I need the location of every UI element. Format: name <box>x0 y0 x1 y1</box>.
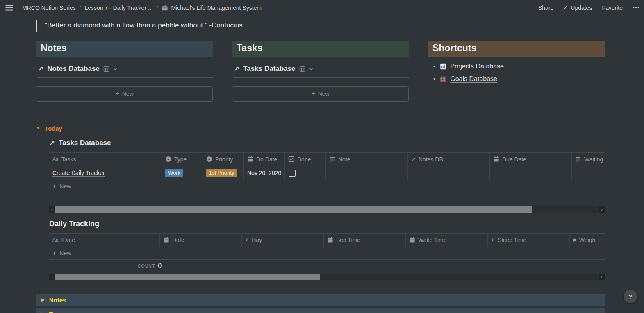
title-property-icon: Aa <box>52 237 59 243</box>
notes-toggle[interactable]: ▶ Notes <box>36 294 605 306</box>
top-bar: MRCO Notion Series / Lesson 7 - Daily Tr… <box>0 0 644 15</box>
tasks-database-heading[interactable]: ↗ Tasks Database <box>49 139 605 147</box>
column-header-due-date[interactable]: Due Date <box>490 153 572 166</box>
goals-database-link[interactable]: Goals Database <box>450 75 497 83</box>
bullet-icon: • <box>433 63 435 70</box>
updates-button[interactable]: ✓ Updates <box>563 5 592 11</box>
share-button[interactable]: Share <box>538 5 553 11</box>
topbar-actions: Share ✓ Updates Favorite ••• <box>538 5 639 11</box>
column-header-do-date[interactable]: Do Date <box>244 153 285 166</box>
task-priority-cell[interactable]: 1st Priority <box>203 166 244 180</box>
task-due-date-cell[interactable] <box>490 166 572 180</box>
more-options-button[interactable]: ••• <box>633 5 639 11</box>
horizontal-scrollbar: ‹ › <box>49 274 605 280</box>
plus-icon: + <box>115 91 119 97</box>
list-item: • Projects Database <box>428 63 605 70</box>
text-property-icon <box>575 156 581 162</box>
column-header-date[interactable]: Date <box>160 234 242 247</box>
breadcrumb-item-lesson[interactable]: Lesson 7 - Daily Tracker ... <box>84 5 153 11</box>
today-toggle[interactable]: ▼ Today <box>36 125 605 132</box>
scroll-right-button[interactable]: › <box>599 206 605 213</box>
done-checkbox[interactable] <box>289 170 296 177</box>
chevron-down-icon[interactable] <box>113 68 117 70</box>
scroll-left-button[interactable]: ‹ <box>49 274 55 280</box>
plus-icon: + <box>52 183 56 190</box>
triangle-right-icon: ▶ <box>41 298 45 302</box>
tomorrow-toggle[interactable]: ▶ Tomorrow <box>36 308 605 313</box>
breadcrumb-separator: / <box>80 5 81 11</box>
sidebar-menu-icon[interactable] <box>5 5 13 11</box>
column-header-done[interactable]: Done <box>285 153 326 166</box>
check-icon: ✓ <box>563 5 568 11</box>
bullet-icon: • <box>433 75 435 82</box>
tasks-board: Tasks ↗ Tasks Database + New <box>232 41 409 102</box>
breadcrumb-item-current-page[interactable]: Michael's Life Management System <box>162 5 262 11</box>
column-header-notes-db[interactable]: ↗ Notes DB <box>408 153 490 166</box>
column-header-tdate[interactable]: Aa tDate <box>49 234 160 247</box>
task-done-cell <box>285 166 326 180</box>
text-property-icon <box>329 156 335 162</box>
column-header-type[interactable]: Type <box>162 153 203 166</box>
task-title-cell[interactable]: Create Daily Tracker <box>49 166 162 180</box>
calendar-icon <box>409 237 415 243</box>
bottom-toggles: ▶ Notes ▶ Tomorrow <box>36 294 605 313</box>
daily-tracking-title[interactable]: Daily Tracking <box>49 220 605 228</box>
table-view-icon <box>299 66 305 72</box>
breadcrumb-item-workspace[interactable]: MRCO Notion Series <box>22 5 76 11</box>
task-do-date-cell[interactable]: Nov 20, 2020 <box>244 166 285 180</box>
tasks-table-new-row[interactable]: + New <box>49 180 605 193</box>
select-property-icon <box>206 156 212 162</box>
column-header-tasks[interactable]: Aa Tasks <box>49 153 162 166</box>
formula-property-icon: Σ <box>245 236 249 243</box>
tasks-board-title: Tasks <box>232 41 409 57</box>
favorite-button[interactable]: Favorite <box>602 5 623 11</box>
notes-new-button[interactable]: + New <box>36 86 213 102</box>
scroll-right-button[interactable]: › <box>599 274 605 280</box>
checkbox-property-icon <box>288 156 294 162</box>
column-header-weight[interactable]: # Weight <box>570 234 605 247</box>
scrollbar-track[interactable] <box>55 274 599 280</box>
tasks-table: Aa Tasks Type Priority Do Date <box>49 152 605 193</box>
boards-row: Notes ↗ Notes Database + New Ta <box>36 41 605 102</box>
shortcuts-board: Shortcuts • Projects Database • Goals Da… <box>428 41 605 102</box>
daily-tracking-table: Aa tDate Date Σ Day Bed Time <box>49 233 605 260</box>
task-type-cell[interactable]: Work <box>162 166 203 180</box>
column-header-priority[interactable]: Priority <box>203 153 244 166</box>
table-header-row: Aa tDate Date Σ Day Bed Time <box>49 234 605 247</box>
task-notes-db-cell[interactable] <box>408 166 490 180</box>
scroll-left-button[interactable]: ‹ <box>49 206 55 213</box>
chevron-down-icon[interactable] <box>309 68 313 70</box>
column-header-sleep-time[interactable]: Σ Sleep Time <box>488 234 570 247</box>
column-header-note[interactable]: Note <box>326 153 408 166</box>
plus-icon: + <box>311 91 315 97</box>
task-note-cell[interactable] <box>326 166 408 180</box>
tasks-database-link[interactable]: ↗ Tasks Database <box>233 64 409 78</box>
breadcrumb: MRCO Notion Series / Lesson 7 - Daily Tr… <box>22 5 262 11</box>
count-row[interactable]: COUNT 0 <box>49 261 605 271</box>
notes-board-title: Notes <box>36 41 213 57</box>
breadcrumb-separator: / <box>157 5 158 11</box>
notes-database-link[interactable]: ↗ Notes Database <box>37 64 213 78</box>
open-page-arrow-icon: ↗ <box>234 65 239 73</box>
column-header-wake-time[interactable]: Wake Time <box>406 234 488 247</box>
column-header-waiting-on[interactable]: Waiting On <box>572 153 605 166</box>
help-button[interactable]: ? <box>624 290 637 303</box>
table-view-icon <box>103 66 109 72</box>
column-header-day[interactable]: Σ Day <box>242 234 324 247</box>
column-header-bed-time[interactable]: Bed Time <box>324 234 406 247</box>
tasks-new-button[interactable]: + New <box>232 86 409 102</box>
calendar-icon <box>327 237 333 243</box>
notes-board: Notes ↗ Notes Database + New <box>36 41 213 102</box>
notion-app-window: MRCO Notion Series / Lesson 7 - Daily Tr… <box>0 0 644 313</box>
projects-database-link[interactable]: Projects Database <box>450 63 504 70</box>
scrollbar-thumb[interactable] <box>55 274 320 280</box>
task-waiting-on-cell[interactable] <box>572 166 605 180</box>
quote-block[interactable]: "Better a diamond with a flaw than a peb… <box>36 20 605 32</box>
shortcuts-board-title: Shortcuts <box>428 41 605 57</box>
page-content: "Better a diamond with a flaw than a peb… <box>36 20 605 313</box>
scrollbar-thumb[interactable] <box>55 206 532 213</box>
scrollbar-track[interactable] <box>55 206 599 213</box>
number-property-icon: # <box>573 237 576 243</box>
daily-tracking-new-row[interactable]: + New <box>49 247 605 260</box>
table-header-row: Aa Tasks Type Priority Do Date <box>49 153 605 166</box>
